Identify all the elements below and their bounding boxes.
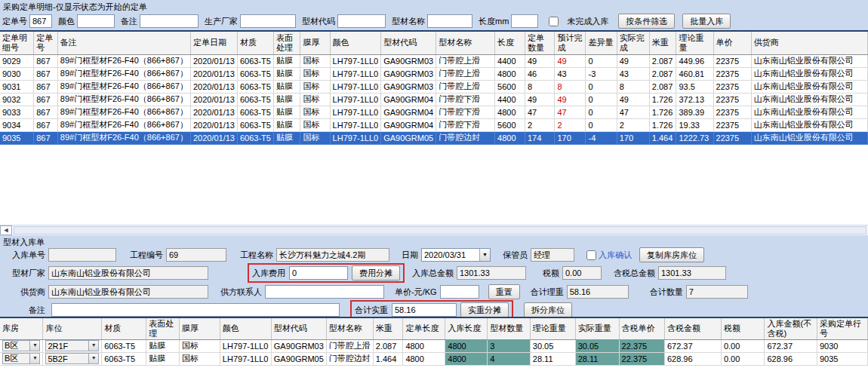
column-header[interactable]: 颜色	[330, 32, 381, 54]
column-header[interactable]: 材质	[102, 318, 146, 339]
column-header[interactable]: 税额	[721, 318, 764, 339]
chevron-down-icon[interactable]: ▼	[29, 354, 39, 363]
unfinished-inbound-checkbox[interactable]	[549, 17, 559, 26]
column-header[interactable]: 定单明细号	[0, 32, 34, 54]
filter-manufacturer-input[interactable]	[240, 14, 296, 28]
filter-order-no-input[interactable]	[29, 14, 52, 28]
column-header[interactable]: 型材名称	[326, 318, 373, 339]
column-header[interactable]: 实际重量	[575, 318, 619, 339]
column-header[interactable]: 备注	[57, 32, 190, 54]
remark-field[interactable]	[51, 303, 340, 317]
batch-inbound-button[interactable]: 批量入库	[682, 14, 731, 29]
scrollbar-thumb[interactable]	[14, 226, 866, 235]
project-no-label: 工程编号	[130, 248, 163, 262]
copy-warehouse-location-button[interactable]: 复制库房库位	[639, 247, 704, 262]
supplier-contact-field[interactable]	[265, 285, 384, 299]
column-header[interactable]: 入库长度	[445, 318, 488, 339]
column-header[interactable]: 供货商	[751, 32, 867, 54]
column-header[interactable]: 库房	[0, 318, 43, 339]
column-header[interactable]: 单价	[713, 32, 751, 54]
keeper-field[interactable]	[531, 248, 574, 262]
inbound-total-field[interactable]	[457, 266, 526, 280]
table-row[interactable]: 903486789#门框型材F26-F40（866+867）2020/01/13…	[0, 118, 868, 131]
column-header[interactable]: 表面处理	[146, 318, 180, 339]
filter-length-mm-input[interactable]	[511, 14, 538, 28]
column-header[interactable]: 采购定单行号	[817, 318, 867, 339]
filter-profile-code-input[interactable]	[337, 14, 386, 28]
cell: 89#门框型材F26-F40（866+867）	[57, 93, 190, 106]
filter-remark-input[interactable]	[140, 14, 199, 28]
total-qty-field[interactable]	[686, 285, 748, 299]
remark-label: 备注	[12, 303, 45, 317]
chevron-down-icon[interactable]: ▼	[29, 341, 39, 351]
column-header[interactable]: 库位	[43, 318, 102, 339]
total-actual-weight-field[interactable]	[392, 303, 457, 317]
cell-dropdown[interactable]: 2R1F▼	[45, 340, 99, 351]
column-header[interactable]: 膜厚	[300, 32, 330, 54]
horizontal-scrollbar[interactable]: ◄	[0, 225, 868, 235]
column-header[interactable]: 表面处理	[273, 32, 300, 54]
column-header[interactable]: 定单日期	[190, 32, 237, 54]
column-header[interactable]: 理论重量	[676, 32, 713, 54]
inbound-confirm-checkbox[interactable]	[586, 250, 596, 260]
column-header[interactable]: 米重	[649, 32, 676, 54]
column-header[interactable]: 定单数量	[525, 32, 555, 54]
column-header[interactable]: 实际完成	[617, 32, 649, 54]
unit-price-field[interactable]	[440, 285, 479, 299]
column-header[interactable]: 定单长度	[403, 318, 445, 339]
total-theory-weight-field[interactable]	[567, 285, 629, 299]
supplier-field[interactable]	[48, 285, 208, 299]
column-header[interactable]: 型材名称	[436, 32, 495, 54]
tax-field[interactable]	[562, 266, 602, 280]
project-name-field[interactable]	[276, 248, 389, 262]
chevron-down-icon[interactable]: ▼	[88, 354, 98, 363]
factory-field[interactable]	[48, 266, 208, 280]
cell-dropdown[interactable]: B区▼	[2, 340, 40, 351]
cell-dropdown[interactable]: 5B2F▼	[45, 353, 99, 364]
tax-total-field[interactable]	[658, 266, 726, 280]
reset-button[interactable]: 重置	[488, 284, 520, 299]
column-header[interactable]: 预计完成	[555, 32, 586, 54]
table-row[interactable]: 903386789#门框型材F26-F40（866+867）2020/01/13…	[0, 106, 868, 118]
scroll-left-icon[interactable]: ◄	[0, 225, 12, 235]
cell: 9035	[817, 352, 867, 365]
table-row[interactable]: 903286789#门框型材F26-F40（866+867）2020/01/13…	[0, 93, 868, 106]
column-header[interactable]: 含税单价	[619, 318, 664, 339]
actual-weight-allocate-button[interactable]: 实重分摊	[460, 302, 509, 317]
column-header[interactable]: 米重	[373, 318, 403, 339]
calendar-dropdown-icon[interactable]: ▼	[479, 249, 490, 261]
cell: 5600	[495, 80, 525, 93]
column-header[interactable]: 颜色	[220, 318, 271, 339]
table-row[interactable]: 903586789#门框型材F26-F40（866+867）2020/01/13…	[0, 131, 868, 144]
column-header[interactable]: 长度	[495, 32, 525, 54]
column-header[interactable]: 型材代码	[381, 32, 436, 54]
cell: LH797-1LL0	[220, 339, 271, 352]
column-header[interactable]: 定单号	[34, 32, 58, 54]
table-row[interactable]: B区▼2R1F▼6063-T5贴膜国标LH797-1LL0GA90GRM03门带…	[0, 339, 868, 352]
inbound-fee-field[interactable]	[289, 266, 348, 280]
filter-by-condition-button[interactable]: 按条件筛选	[618, 14, 675, 29]
column-header[interactable]: 理论重量	[530, 318, 575, 339]
filter-profile-name-input[interactable]	[427, 14, 472, 28]
cell-dropdown[interactable]: B区▼	[2, 353, 40, 364]
split-location-button[interactable]: 拆分库位	[524, 302, 572, 317]
column-header[interactable]: 膜厚	[179, 318, 220, 339]
table-row[interactable]: 902986789#门框型材F26-F40（866+867）2020/01/13…	[0, 54, 868, 67]
column-header[interactable]: 材质	[237, 32, 273, 54]
cell: LH797-1LL0	[330, 54, 381, 67]
cell: 89#门框型材F26-F40（866+867）	[57, 54, 190, 67]
table-row[interactable]: 903086789#门框型材F26-F40（866+867）2020/01/13…	[0, 67, 868, 80]
fee-allocate-button[interactable]: 费用分摊	[352, 265, 400, 281]
column-header[interactable]: 入库金额(不含税)	[765, 318, 817, 339]
project-no-field[interactable]	[166, 248, 226, 262]
chevron-down-icon[interactable]: ▼	[88, 341, 98, 351]
column-header[interactable]: 差异量	[586, 32, 617, 54]
inbound-no-field[interactable]	[48, 248, 116, 262]
filter-color-input[interactable]	[77, 14, 115, 28]
column-header[interactable]: 型材代码	[271, 318, 326, 339]
column-header[interactable]: 含税金额	[664, 318, 721, 339]
table-row[interactable]: 903186789#门框型材F26-F40（866+867）2020/01/13…	[0, 80, 868, 93]
date-picker[interactable]: 2020/03/31 ▼	[421, 248, 491, 262]
table-row[interactable]: B区▼5B2F▼6063-T5贴膜国标LH797-1LL0GA90GRM05门带…	[0, 352, 868, 365]
column-header[interactable]: 型材数量	[488, 318, 531, 339]
